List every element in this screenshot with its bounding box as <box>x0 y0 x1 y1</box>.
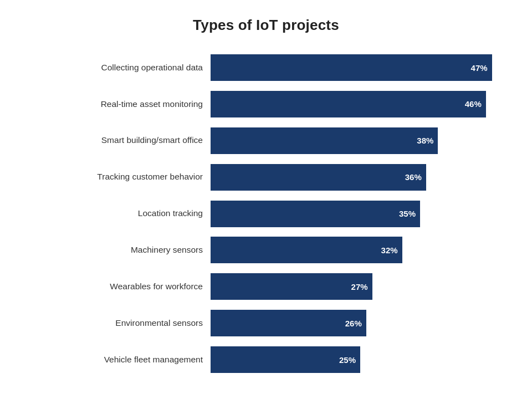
bar-label: Environmental sensors <box>22 318 211 329</box>
bar-fill: 27% <box>211 273 372 300</box>
bar-value: 36% <box>405 172 422 182</box>
bar-value: 27% <box>351 282 368 291</box>
bar-fill: 26% <box>211 310 366 336</box>
bar-value: 32% <box>381 245 398 255</box>
bar-fill: 46% <box>211 91 486 117</box>
bar-row: Real-time asset monitoring46% <box>22 87 510 121</box>
bar-row: Machinery sensors32% <box>22 233 510 267</box>
bar-value: 26% <box>345 319 362 328</box>
bar-fill: 36% <box>211 164 426 191</box>
bar-track: 26% <box>211 310 510 336</box>
bar-value: 46% <box>465 99 482 109</box>
bar-value: 35% <box>399 209 416 218</box>
bar-value: 47% <box>471 63 488 73</box>
bar-fill: 35% <box>211 201 420 227</box>
bar-track: 25% <box>211 346 510 373</box>
bar-fill: 25% <box>211 346 360 373</box>
bar-label: Smart building/smart office <box>22 135 211 146</box>
bar-track: 32% <box>211 237 510 263</box>
bar-label: Wearables for workforce <box>22 282 211 292</box>
bar-fill: 38% <box>211 127 438 154</box>
bar-label: Collecting operational data <box>22 63 211 73</box>
bar-row: Collecting operational data47% <box>22 50 510 85</box>
bar-row: Tracking customer behavior36% <box>22 160 510 195</box>
bar-row: Vehicle fleet management25% <box>22 342 510 377</box>
bar-label: Vehicle fleet management <box>22 355 211 365</box>
bar-track: 35% <box>211 201 510 227</box>
bar-track: 47% <box>211 54 510 81</box>
bar-row: Smart building/smart office38% <box>22 124 510 158</box>
bar-track: 36% <box>211 164 510 191</box>
bar-row: Location tracking35% <box>22 197 510 231</box>
chart-container: Types of IoT projects Collecting operati… <box>0 0 532 399</box>
bar-value: 25% <box>339 355 356 365</box>
bar-row: Wearables for workforce27% <box>22 269 510 304</box>
bar-row: Environmental sensors26% <box>22 306 510 340</box>
bar-label: Real-time asset monitoring <box>22 99 211 110</box>
bar-value: 38% <box>417 136 433 145</box>
bar-fill: 32% <box>211 237 402 263</box>
bar-fill: 47% <box>211 54 492 81</box>
chart-body: Collecting operational data47%Real-time … <box>22 50 510 377</box>
chart-title: Types of IoT projects <box>22 17 510 34</box>
bar-label: Location tracking <box>22 208 211 219</box>
bar-track: 27% <box>211 273 510 300</box>
bar-label: Tracking customer behavior <box>22 172 211 182</box>
bar-track: 46% <box>211 91 510 117</box>
bar-track: 38% <box>211 127 510 154</box>
bar-label: Machinery sensors <box>22 245 211 255</box>
